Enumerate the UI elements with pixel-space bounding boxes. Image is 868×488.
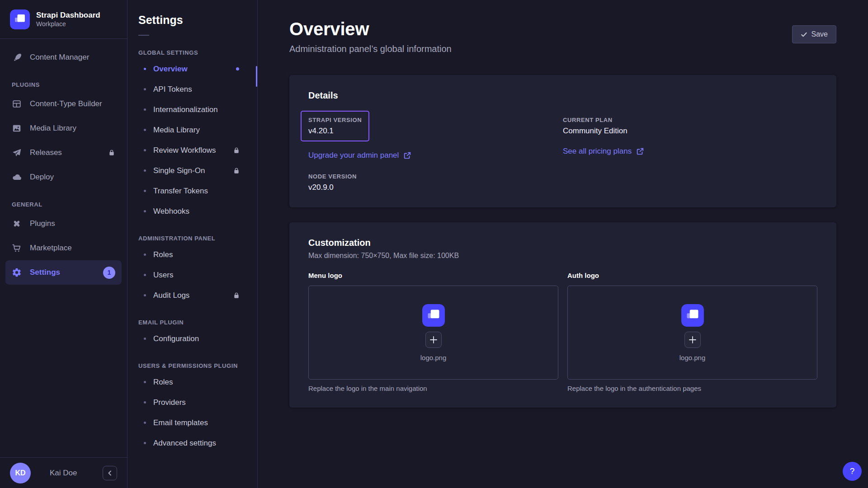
- customization-card: Customization Max dimension: 750×750, Ma…: [289, 222, 836, 408]
- auth-logo-label: Auth logo: [567, 272, 817, 279]
- puzzle-icon: [12, 219, 22, 229]
- title-rule: [138, 35, 149, 36]
- subnav-item-media-library[interactable]: Media Library: [138, 120, 246, 140]
- subnav-item-review-workflows[interactable]: Review Workflows: [138, 140, 246, 160]
- sidebar-section-label: PLUGINS: [5, 81, 122, 88]
- pricing-plans-link[interactable]: See all pricing plans: [563, 147, 644, 156]
- bullet-icon: [144, 169, 146, 172]
- bullet-icon: [144, 149, 146, 151]
- sidebar-section-label: GENERAL: [5, 201, 122, 208]
- add-logo-button[interactable]: [425, 332, 442, 348]
- subnav-item-label: Overview: [153, 65, 188, 74]
- subnav-scrollbar-thumb[interactable]: [256, 66, 257, 87]
- add-logo-button[interactable]: [684, 332, 701, 348]
- sidebar-item-deploy[interactable]: Deploy: [5, 165, 122, 189]
- menu-logo-field: Menu logo logo.png Replace the logo in t: [308, 272, 558, 392]
- help-button[interactable]: ?: [843, 462, 862, 481]
- collapse-sidebar-button[interactable]: [103, 466, 117, 480]
- cart-icon: [12, 243, 22, 253]
- workspace-brand[interactable]: Strapi Dashboard Workplace: [0, 0, 127, 38]
- main-content: Overview Administration panel’s global i…: [258, 0, 868, 488]
- subnav-item-label: Email templates: [153, 418, 208, 427]
- subnav-item-label: Single Sign-On: [153, 166, 205, 175]
- subnav-item-users[interactable]: Users: [138, 265, 246, 285]
- subnav-item-label: Advanced settings: [153, 439, 216, 448]
- details-left-column: STRAPI VERSION v4.20.1 Upgrade your admi…: [308, 111, 563, 192]
- check-icon: [801, 31, 807, 38]
- subnav-section-label: USERS & PERMISSIONS PLUGIN: [138, 362, 246, 369]
- subnav-item-email-templates[interactable]: Email templates: [138, 413, 246, 433]
- subnav-item-label: Audit Logs: [153, 291, 189, 300]
- sidebar-item-marketplace[interactable]: Marketplace: [5, 236, 122, 260]
- menu-logo-caption: Replace the logo in the main navigation: [308, 385, 558, 392]
- external-link-icon: [636, 147, 644, 155]
- subnav-item-label: Internationalization: [153, 105, 218, 114]
- auth-logo-upload-box[interactable]: logo.png: [567, 286, 817, 380]
- subnav-item-label: Providers: [153, 398, 186, 407]
- sidebar-item-content-manager[interactable]: Content Manager: [5, 45, 122, 70]
- pen-icon: [12, 52, 22, 62]
- sidebar-item-label: Content Manager: [30, 53, 89, 62]
- subnav-item-label: Media Library: [153, 126, 200, 135]
- workspace-title: Strapi Dashboard: [36, 10, 100, 20]
- subnav-item-label: Transfer Tokens: [153, 187, 208, 196]
- plus-icon: [689, 336, 697, 344]
- save-button[interactable]: Save: [792, 25, 836, 43]
- subnav-item-internationalization[interactable]: Internationalization: [138, 99, 246, 120]
- settings-subnav: Settings GLOBAL SETTINGSOverviewAPI Toke…: [127, 0, 258, 488]
- menu-logo-upload-box[interactable]: logo.png: [308, 286, 558, 380]
- subnav-section-label: GLOBAL SETTINGS: [138, 49, 246, 56]
- details-heading: Details: [308, 90, 817, 101]
- image-icon: [12, 123, 22, 133]
- sidebar-item-label: Media Library: [30, 124, 76, 133]
- bullet-icon: [144, 442, 146, 444]
- lock-icon: [108, 149, 115, 156]
- grid-icon: [12, 99, 22, 109]
- subnav-item-audit-logs[interactable]: Audit Logs: [138, 285, 246, 305]
- subnav-item-configuration[interactable]: Configuration: [138, 328, 246, 349]
- subnav-item-label: Review Workflows: [153, 146, 216, 155]
- subnav-item-providers[interactable]: Providers: [138, 392, 246, 413]
- subnav-item-transfer-tokens[interactable]: Transfer Tokens: [138, 181, 246, 201]
- gear-icon: [12, 267, 22, 277]
- sidebar-item-releases[interactable]: Releases: [5, 141, 122, 165]
- cloud-icon: [12, 172, 22, 182]
- bullet-icon: [144, 401, 146, 404]
- subnav-item-webhooks[interactable]: Webhooks: [138, 201, 246, 221]
- subnav-item-advanced-settings[interactable]: Advanced settings: [138, 433, 246, 453]
- sidebar-nav: Content Manager PLUGINSContent-Type Buil…: [0, 39, 127, 457]
- bullet-icon: [144, 88, 146, 90]
- workspace-subtitle: Workplace: [36, 20, 100, 28]
- upgrade-admin-panel-link[interactable]: Upgrade your admin panel: [308, 151, 411, 160]
- subnav-title: Settings: [138, 14, 246, 27]
- subnav-item-single-sign-on[interactable]: Single Sign-On: [138, 160, 246, 181]
- strapi-version-highlight-box: STRAPI VERSION v4.20.1: [301, 111, 369, 141]
- chevron-left-icon: [107, 470, 113, 476]
- sidebar-item-label: Settings: [30, 268, 60, 277]
- sidebar-item-content-type-builder[interactable]: Content-Type Builder: [5, 92, 122, 116]
- sidebar-footer: KD Kai Doe: [0, 457, 127, 488]
- subnav-item-label: API Tokens: [153, 85, 192, 94]
- subnav-item-label: Roles: [153, 250, 173, 259]
- subnav-item-roles[interactable]: Roles: [138, 244, 246, 265]
- sidebar-item-label: Marketplace: [30, 244, 72, 253]
- sidebar-item-settings[interactable]: Settings1: [5, 260, 122, 285]
- lock-icon: [233, 147, 240, 154]
- bullet-icon: [144, 129, 146, 131]
- customization-subheading: Max dimension: 750×750, Max file size: 1…: [308, 252, 817, 260]
- bullet-icon: [144, 210, 146, 212]
- strapi-logo-icon: [681, 304, 704, 327]
- paper-plane-icon: [12, 148, 22, 158]
- auth-logo-filename: logo.png: [679, 354, 706, 361]
- main-sidebar: Strapi Dashboard Workplace Content Manag…: [0, 0, 127, 488]
- sidebar-item-media-library[interactable]: Media Library: [5, 116, 122, 141]
- subnav-item-api-tokens[interactable]: API Tokens: [138, 79, 246, 99]
- subnav-item-roles[interactable]: Roles: [138, 372, 246, 392]
- strapi-version-value: v4.20.1: [308, 127, 362, 136]
- sidebar-item-plugins[interactable]: Plugins: [5, 211, 122, 236]
- lock-icon: [233, 167, 240, 174]
- subnav-item-overview[interactable]: Overview: [138, 59, 246, 79]
- current-plan-value: Community Edition: [563, 127, 817, 136]
- subnav-item-label: Roles: [153, 378, 173, 387]
- avatar[interactable]: KD: [10, 463, 31, 483]
